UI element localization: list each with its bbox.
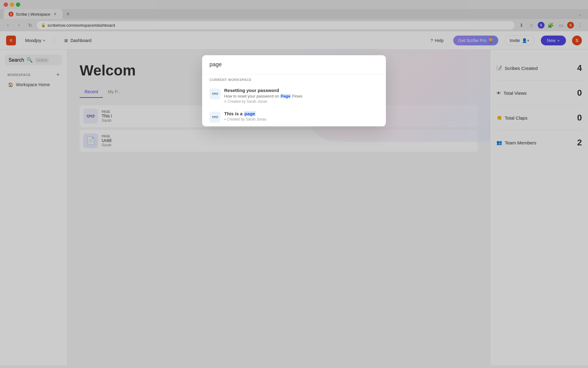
search-result-content-1: This is a page ▪ Created by Sarah Jonas xyxy=(224,111,379,121)
search-result-1[interactable]: 👓 This is a page ▪ Created by Sarah Jona… xyxy=(202,107,386,126)
search-input-area xyxy=(202,55,386,74)
search-result-title-1: This is a page xyxy=(224,111,379,116)
search-result-content-0: Resetting your password How to reset you… xyxy=(224,88,379,104)
search-result-meta-1: ▪ Created by Sarah Jonas xyxy=(224,117,379,121)
search-result-meta-0: ≡ Created by Sarah Jonas xyxy=(224,99,379,104)
meta-icon-1: ▪ xyxy=(224,117,225,121)
search-result-icon-0: 👓 xyxy=(209,88,221,99)
highlight-0: Page xyxy=(280,94,291,98)
search-result-0[interactable]: 👓 Resetting your password How to reset y… xyxy=(202,84,386,107)
search-section-header: CURRENT WORKSPACE xyxy=(202,74,386,84)
search-input[interactable] xyxy=(209,61,379,68)
search-modal: CURRENT WORKSPACE 👓 Resetting your passw… xyxy=(202,55,386,126)
meta-icon-0: ≡ xyxy=(224,99,226,104)
search-overlay[interactable]: CURRENT WORKSPACE 👓 Resetting your passw… xyxy=(0,0,588,368)
search-result-subtitle-0: How to reset your password on Page Flows xyxy=(224,94,379,98)
highlight-1: page xyxy=(244,111,256,116)
search-result-title-0: Resetting your password xyxy=(224,88,379,93)
search-result-icon-1: 👓 xyxy=(209,112,221,123)
search-results: CURRENT WORKSPACE 👓 Resetting your passw… xyxy=(202,74,386,126)
